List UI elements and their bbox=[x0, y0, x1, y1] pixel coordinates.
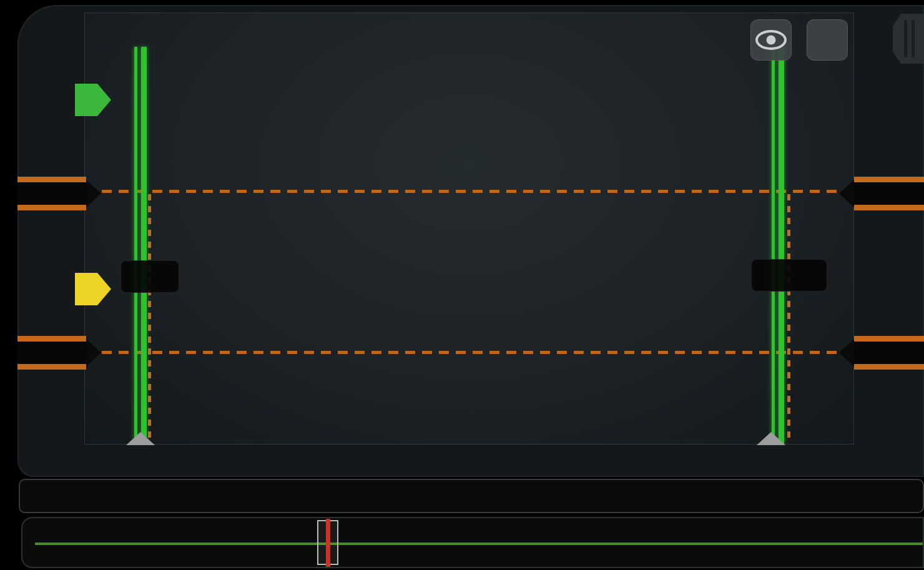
side-drawer-handle[interactable] bbox=[893, 14, 924, 64]
cursor-low-left-flag[interactable] bbox=[17, 336, 86, 370]
timeline-center-line bbox=[35, 543, 923, 545]
timeline-position-marker bbox=[326, 519, 330, 568]
cursor-high-left-value bbox=[17, 182, 86, 205]
flag-bar bbox=[854, 336, 924, 342]
session-title-bar bbox=[19, 479, 924, 513]
flag-bar bbox=[854, 177, 924, 182]
grip-line bbox=[912, 20, 915, 57]
sync-spike-line bbox=[772, 47, 775, 444]
waveform-plot[interactable] bbox=[84, 12, 854, 445]
eye-icon bbox=[755, 29, 787, 51]
add-channel-button[interactable] bbox=[807, 19, 848, 61]
flag-bar bbox=[17, 205, 86, 210]
sync-spike-line bbox=[134, 47, 137, 444]
time-cursor-1-label[interactable] bbox=[120, 260, 179, 293]
flag-bar bbox=[854, 205, 924, 210]
flag-arrow bbox=[839, 180, 854, 207]
flag-arrow bbox=[86, 180, 101, 207]
cursor-high-left-flag[interactable] bbox=[17, 177, 86, 210]
cursor-low-right-value bbox=[854, 342, 924, 364]
flag-arrow bbox=[86, 339, 101, 366]
flag-bar bbox=[854, 364, 924, 370]
sync-spike-line bbox=[779, 47, 784, 444]
grip-line bbox=[904, 20, 907, 57]
time-cursor-1[interactable] bbox=[148, 194, 151, 438]
cursor-low-right-flag[interactable] bbox=[854, 336, 924, 370]
sync-spike-line bbox=[141, 47, 147, 444]
flag-bar bbox=[17, 364, 86, 370]
flag-bar bbox=[17, 177, 86, 182]
eye-button[interactable] bbox=[750, 19, 792, 61]
cursor-high-right-flag[interactable] bbox=[854, 177, 924, 210]
time-cursor-2[interactable] bbox=[787, 194, 790, 438]
horizontal-cursor-low[interactable] bbox=[85, 351, 853, 354]
sync-pointer bbox=[126, 432, 155, 445]
cursor-high-right-value bbox=[854, 182, 924, 205]
timeline-scrollbar[interactable] bbox=[21, 517, 924, 568]
scope-app bbox=[0, 0, 924, 570]
flag-arrow bbox=[839, 339, 854, 366]
sync-pointer bbox=[757, 432, 785, 445]
trace-canvas bbox=[85, 13, 854, 445]
time-cursor-2-label[interactable] bbox=[751, 259, 827, 292]
flag-bar bbox=[17, 336, 86, 342]
timeline-handle[interactable] bbox=[317, 520, 338, 565]
cursor-low-left-value bbox=[17, 342, 86, 364]
horizontal-cursor-high[interactable] bbox=[85, 190, 853, 193]
